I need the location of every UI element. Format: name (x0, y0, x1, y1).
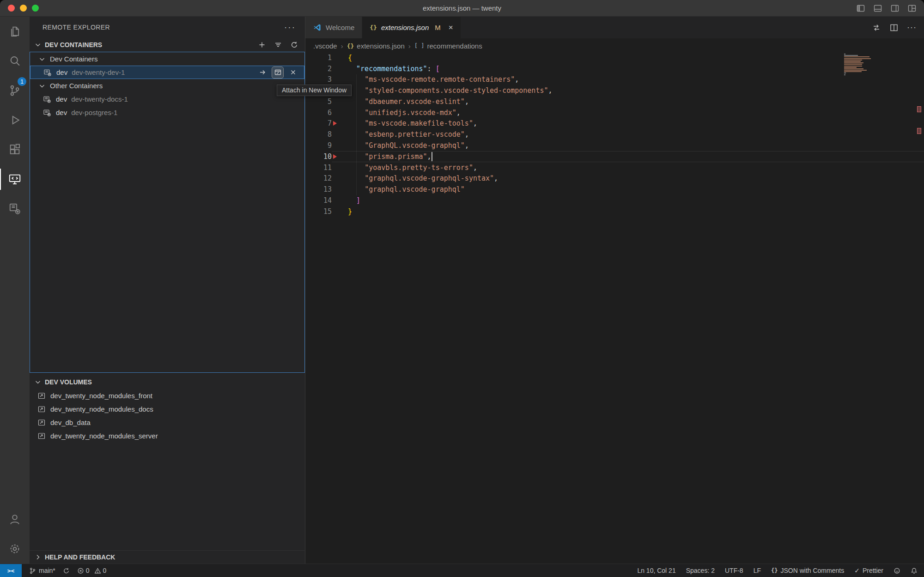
source-control-icon[interactable]: 1 (0, 76, 30, 105)
formatter-item[interactable]: ✓ Prettier (854, 567, 883, 574)
cursor-position[interactable]: Ln 10, Col 21 (637, 567, 675, 574)
settings-gear-icon[interactable] (0, 534, 30, 564)
zoom-window-button[interactable] (32, 5, 39, 12)
traffic-lights (8, 0, 39, 16)
code-line[interactable]: 3 "ms-vscode-remote.remote-containers", (305, 74, 924, 85)
explorer-icon[interactable] (0, 17, 30, 46)
notifications-bell-icon[interactable] (911, 567, 918, 574)
layout-controls (856, 0, 917, 16)
dev-containers-icon[interactable] (0, 194, 30, 224)
eol-setting[interactable]: LF (754, 567, 761, 574)
tree-group-other-containers[interactable]: Other Containers (30, 79, 304, 92)
sidebar-header: REMOTE EXPLORER ··· (30, 17, 305, 38)
code-lines[interactable]: 1{2 "recommendations": [3 "ms-vscode-rem… (305, 53, 924, 217)
volume-icon (37, 392, 46, 400)
volume-item[interactable]: dev_db_data (30, 416, 304, 429)
code-line[interactable]: 10 "prisma.prisma", (305, 151, 924, 162)
code-text: "graphql.vscode-graphql" (338, 185, 465, 194)
encoding-setting[interactable]: UTF-8 (725, 567, 743, 574)
line-number: 9 (305, 141, 332, 150)
open-changes-icon[interactable] (872, 23, 881, 32)
code-text: "styled-components.vscode-styled-compone… (338, 86, 553, 95)
code-line[interactable]: 15} (305, 206, 924, 217)
more-actions-icon[interactable]: ··· (907, 23, 917, 32)
close-icon[interactable] (287, 67, 298, 78)
add-container-icon[interactable] (258, 41, 266, 49)
tree-item-container[interactable]: dev dev-twenty-dev-1 (30, 66, 304, 79)
volume-item[interactable]: dev_twenty_node_modules_server (30, 429, 304, 443)
filter-list-icon[interactable] (274, 41, 282, 49)
code-line[interactable]: 11 "yoavbls.pretty-ts-errors", (305, 162, 924, 173)
minimap-line (844, 58, 871, 59)
indentation-setting[interactable]: Spaces: 2 (686, 567, 715, 574)
gutter (332, 173, 338, 184)
tab-extensions-json[interactable]: {} extensions.json M × (362, 17, 461, 38)
remote-indicator[interactable]: >< (0, 564, 22, 577)
code-line[interactable]: 4 "styled-components.vscode-styled-compo… (305, 85, 924, 96)
refresh-icon[interactable] (290, 41, 298, 49)
code-line[interactable]: 5 "dbaeumer.vscode-eslint", (305, 96, 924, 107)
run-debug-icon[interactable] (0, 105, 30, 135)
volume-item[interactable]: dev_twenty_node_modules_front (30, 389, 304, 402)
code-line[interactable]: 13 "graphql.vscode-graphql" (305, 184, 924, 195)
remote-explorer-icon[interactable] (0, 164, 30, 194)
split-editor-icon[interactable] (889, 23, 899, 32)
problems-item[interactable]: 0 0 (77, 567, 109, 574)
attach-current-window-icon[interactable] (257, 67, 268, 78)
search-icon[interactable] (0, 46, 30, 76)
code-area[interactable]: 1{2 "recommendations": [3 "ms-vscode-rem… (305, 53, 924, 564)
chevron-right-icon (34, 553, 42, 561)
workbench: 1 REMOTE EXPLORER ··· DEV CONTAINERS (0, 17, 924, 564)
sidebar-title: REMOTE EXPLORER (43, 24, 110, 31)
volume-item[interactable]: dev_twenty_node_modules_docs (30, 402, 304, 416)
tree-group-dev-containers[interactable]: Dev Containers (30, 52, 304, 66)
more-actions-icon[interactable]: ··· (284, 22, 296, 32)
section-label: HELP AND FEEDBACK (45, 553, 115, 561)
tree-item-container[interactable]: dev dev-postgres-1 (30, 106, 304, 119)
section-label: DEV VOLUMES (45, 378, 92, 386)
line-number: 5 (305, 97, 332, 106)
tab-welcome[interactable]: Welcome (305, 17, 362, 38)
code-line[interactable]: 7 "ms-vscode.makefile-tools", (305, 118, 924, 129)
toggle-panel-icon[interactable] (873, 4, 882, 13)
minimap-line (844, 54, 845, 55)
extensions-icon[interactable] (0, 135, 30, 164)
gutter (332, 195, 338, 206)
breadcrumb-folder[interactable]: .vscode (313, 42, 337, 50)
code-line[interactable]: 8 "esbenp.prettier-vscode", (305, 129, 924, 140)
minimap-line (844, 66, 862, 67)
breadcrumb-file[interactable]: {}extensions.json (347, 42, 405, 50)
breadcrumb-symbol[interactable]: [ ]recommendations (414, 42, 482, 50)
close-window-button[interactable] (8, 5, 15, 12)
minimap-line (844, 60, 862, 61)
dev-containers-section-header[interactable]: DEV CONTAINERS (30, 38, 305, 52)
toggle-primary-sidebar-icon[interactable] (856, 4, 865, 13)
feedback-icon[interactable] (894, 567, 900, 574)
json-file-icon: {} (370, 24, 377, 31)
toggle-secondary-sidebar-icon[interactable] (890, 4, 900, 13)
volume-label: dev_twenty_node_modules_front (50, 392, 152, 400)
code-line[interactable]: 2 "recommendations": [ (305, 63, 924, 74)
code-line[interactable]: 12 "graphql.vscode-graphql-syntax", (305, 173, 924, 184)
code-line[interactable]: 9 "GraphQL.vscode-graphql", (305, 140, 924, 151)
close-tab-icon[interactable]: × (449, 24, 453, 31)
attach-new-window-icon[interactable] (272, 67, 283, 78)
tree-item-container[interactable]: dev dev-twenty-docs-1 (30, 92, 304, 106)
code-line[interactable]: 6 "unifiedjs.vscode-mdx", (305, 107, 924, 118)
dev-volumes-section-header[interactable]: DEV VOLUMES (30, 375, 304, 389)
code-line[interactable]: 1{ (305, 53, 924, 63)
minimap[interactable] (844, 54, 873, 76)
gutter (332, 107, 338, 118)
minimap-line (844, 67, 857, 68)
sync-changes-item[interactable] (63, 567, 70, 574)
help-feedback-section-header[interactable]: HELP AND FEEDBACK (30, 550, 304, 564)
warning-count: 0 (103, 567, 107, 574)
language-mode[interactable]: {} JSON with Comments (771, 567, 844, 574)
customize-layout-icon[interactable] (907, 4, 917, 13)
accounts-icon[interactable] (0, 504, 30, 534)
code-line[interactable]: 14 ] (305, 195, 924, 206)
git-branch-item[interactable]: main* (29, 567, 55, 574)
minimize-window-button[interactable] (20, 5, 27, 12)
status-bar: >< main* 0 0 Ln 10, Col 21 Spaces: 2 UTF… (0, 564, 924, 577)
line-number: 1 (305, 54, 332, 62)
